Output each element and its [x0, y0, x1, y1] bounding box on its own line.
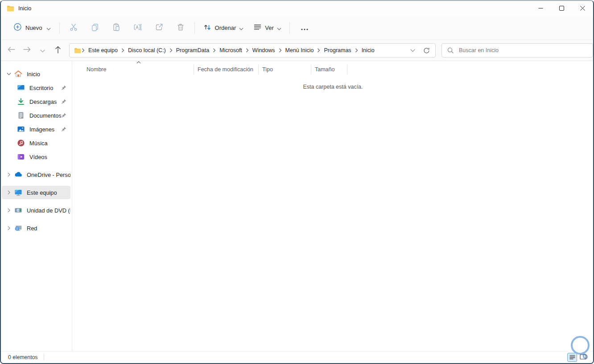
column-header-label: Nombre: [87, 66, 106, 73]
close-icon: [580, 4, 585, 12]
search-input[interactable]: [458, 47, 593, 54]
empty-folder-message: Esta carpeta está vacía.: [73, 84, 593, 90]
sidebar-item-label: Documentos: [29, 112, 61, 119]
folder-icon: [74, 48, 81, 53]
copy-button[interactable]: [85, 20, 105, 36]
sidebar-item-unidad-dvd[interactable]: Unidad de DVD (D:): [2, 204, 70, 217]
sort-button[interactable]: Ordenar: [198, 20, 249, 36]
plus-circle-icon: [14, 23, 21, 33]
breadcrumb-item[interactable]: Menú Inicio: [282, 45, 317, 55]
downloads-icon: [16, 98, 25, 106]
chevron-right-icon[interactable]: [4, 226, 14, 230]
forward-button[interactable]: [20, 44, 33, 57]
breadcrumb-item[interactable]: Disco local (C:): [125, 45, 169, 55]
computer-icon: [14, 188, 23, 196]
copy-icon: [91, 23, 99, 33]
breadcrumb-item[interactable]: Windows: [249, 45, 278, 55]
column-header-fecha[interactable]: Fecha de modificación: [194, 64, 259, 75]
chevron-down-icon: [277, 24, 281, 32]
maximize-icon: [559, 4, 564, 12]
chevron-down-icon: [40, 46, 45, 54]
command-bar: Nuevo Ordenar Ver: [1, 16, 593, 40]
sidebar-item-imagenes[interactable]: Imágenes: [2, 123, 70, 136]
explorer-window: Inicio Nuevo: [0, 0, 594, 364]
breadcrumb-item[interactable]: Inicio: [359, 45, 378, 55]
chevron-right-icon[interactable]: [4, 190, 14, 195]
sidebar-item-descargas[interactable]: Descargas: [2, 95, 70, 108]
chevron-down-icon: [46, 24, 51, 32]
see-more-button[interactable]: [296, 20, 314, 36]
pin-icon[interactable]: [61, 127, 66, 132]
breadcrumb-chevron-icon: [278, 48, 282, 53]
column-header-tamano[interactable]: Tamaño: [311, 64, 347, 75]
thumbnails-view-button[interactable]: [578, 353, 588, 362]
sidebar-item-label: OneDrive - Personal: [27, 172, 70, 178]
chevron-down-icon[interactable]: [4, 73, 14, 75]
music-icon: [16, 139, 25, 147]
breadcrumb-item[interactable]: Programas: [321, 45, 354, 55]
refresh-button[interactable]: [419, 47, 434, 54]
chevron-right-icon[interactable]: [4, 208, 14, 213]
share-icon: [155, 23, 164, 33]
breadcrumb-item[interactable]: ProgramData: [173, 45, 212, 55]
toolbar-separator: [194, 22, 195, 34]
view-list-icon: [253, 24, 262, 33]
breadcrumb-item[interactable]: Este equipo: [85, 45, 121, 55]
sidebar-item-escritorio[interactable]: Escritorio: [2, 81, 70, 94]
minimize-button[interactable]: [530, 1, 551, 16]
paste-button[interactable]: [107, 20, 126, 36]
file-list-area: Nombre Fecha de modificación Tipo Tamaño…: [73, 61, 593, 351]
share-button[interactable]: [149, 20, 169, 36]
search-box[interactable]: [441, 43, 593, 57]
pin-icon[interactable]: [61, 113, 66, 118]
folder-icon: [7, 5, 14, 12]
breadcrumb-chevron-icon: [81, 48, 85, 53]
network-icon: [14, 224, 23, 232]
items-count: 0 elementos: [8, 354, 37, 360]
pictures-icon: [16, 125, 25, 133]
breadcrumb[interactable]: Este equipo Disco local (C:) ProgramData…: [69, 43, 436, 57]
sidebar-item-red[interactable]: Red: [2, 221, 70, 235]
delete-icon: [176, 23, 185, 33]
toolbar-separator: [59, 22, 60, 34]
column-header-label: Tamaño: [315, 66, 334, 73]
view-button-label: Ver: [265, 25, 274, 31]
rename-button[interactable]: [128, 20, 148, 36]
chevron-right-icon[interactable]: [4, 172, 14, 177]
view-button[interactable]: Ver: [248, 20, 286, 36]
search-icon: [447, 47, 454, 53]
navigation-pane: Inicio Escritorio Descargas Documentos: [1, 61, 72, 351]
onedrive-icon: [14, 171, 23, 179]
up-button[interactable]: [51, 44, 65, 57]
sidebar-item-videos[interactable]: Vídeos: [2, 150, 70, 164]
breadcrumb-chevron-icon: [317, 48, 321, 53]
sidebar-item-onedrive[interactable]: OneDrive - Personal: [2, 168, 70, 181]
back-button[interactable]: [4, 44, 18, 57]
sidebar-item-label: Unidad de DVD (D:): [27, 207, 70, 214]
pin-icon[interactable]: [61, 85, 66, 90]
documents-icon: [16, 111, 25, 119]
breadcrumb-item[interactable]: Microsoft: [216, 45, 245, 55]
rename-icon: [133, 23, 142, 33]
sidebar-item-label: Descargas: [29, 98, 57, 105]
new-button-label: Nuevo: [25, 25, 42, 31]
sidebar-item-inicio[interactable]: Inicio: [2, 67, 70, 81]
column-header-label: Fecha de modificación: [198, 66, 253, 73]
sidebar-item-documentos[interactable]: Documentos: [2, 109, 70, 122]
pin-icon[interactable]: [61, 99, 66, 104]
recent-locations-button[interactable]: [36, 44, 49, 57]
close-button[interactable]: [572, 1, 593, 16]
column-header-tipo[interactable]: Tipo: [259, 64, 311, 75]
details-view-button[interactable]: [567, 353, 577, 362]
cut-button[interactable]: [64, 20, 83, 36]
paste-icon: [112, 23, 121, 33]
sidebar-item-este-equipo[interactable]: Este equipo: [2, 186, 70, 199]
address-dropdown-button[interactable]: [406, 49, 419, 52]
sidebar-item-musica[interactable]: Música: [2, 136, 70, 150]
details-view-icon: [569, 353, 575, 361]
column-header-nombre[interactable]: Nombre: [73, 64, 194, 75]
breadcrumb-chevron-icon: [169, 48, 173, 53]
new-button[interactable]: Nuevo: [8, 20, 56, 36]
maximize-button[interactable]: [551, 1, 572, 16]
delete-button[interactable]: [171, 20, 190, 36]
